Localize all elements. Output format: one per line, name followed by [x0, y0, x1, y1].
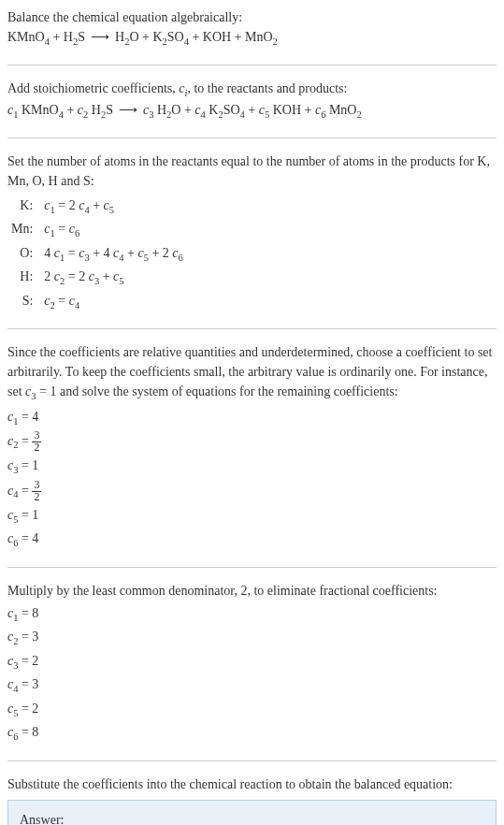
table-row: Mn: c1 = c6 — [7, 218, 187, 242]
table-row: H: 2 c2 = 2 c3 + c5 — [7, 266, 187, 290]
section-final-answer: Substitute the coefficients into the che… — [7, 774, 497, 825]
intro-text: Balance the chemical equation algebraica… — [7, 7, 497, 27]
section-add-coefficients: Add stoichiometric coefficients, ci, to … — [7, 79, 497, 123]
divider — [7, 138, 497, 138]
atom-balance-table: K: c1 = 2 c4 + c5 Mn: c1 = c6 O: 4 c1 = … — [7, 195, 187, 314]
intro-text: Substitute the coefficients into the che… — [7, 774, 497, 794]
table-row: K: c1 = 2 c4 + c5 — [7, 195, 187, 219]
coefficient-values: c1 = 4 c2 = 32 c3 = 1 c4 = 32 c5 = 1 c6 … — [7, 406, 497, 552]
table-row: O: 4 c1 = c3 + 4 c4 + c5 + 2 c6 — [7, 242, 187, 267]
fraction: 32 — [32, 430, 41, 454]
answer-box: Answer: 8 KMnO4 + 3 H2S⟶2 H2O + 3 K2SO4 … — [7, 800, 497, 825]
section-balance-intro: Balance the chemical equation algebraica… — [7, 7, 497, 50]
unbalanced-equation: KMnO4 + H2S⟶H2O + K2SO4 + KOH + MnO2 — [7, 27, 497, 50]
fraction: 32 — [32, 480, 41, 503]
reaction-arrow: ⟶ — [113, 103, 143, 117]
divider — [7, 65, 497, 65]
intro-text: Set the number of atoms in the reactants… — [7, 152, 497, 191]
intro-text: Since the coefficients are relative quan… — [7, 342, 497, 404]
intro-text: Multiply by the least common denominator… — [7, 581, 497, 601]
coefficient-equation: c1 KMnO4 + c2 H2S⟶c3 H2O + c4 K2SO4 + c5… — [7, 100, 497, 123]
section-multiply-lcd: Multiply by the least common denominator… — [7, 581, 497, 745]
integer-coefficients: c1 = 8 c2 = 3 c3 = 2 c4 = 3 c5 = 2 c6 = … — [7, 602, 497, 745]
answer-label: Answer: — [20, 810, 484, 825]
divider — [7, 328, 497, 329]
divider — [7, 567, 497, 568]
intro-text: Add stoichiometric coefficients, ci, to … — [7, 79, 497, 101]
section-solve-coefficients: Since the coefficients are relative quan… — [7, 342, 497, 551]
reaction-arrow: ⟶ — [85, 30, 115, 44]
table-row: S: c2 = c4 — [7, 290, 187, 314]
divider — [7, 760, 497, 761]
section-atom-equations: Set the number of atoms in the reactants… — [7, 152, 497, 314]
